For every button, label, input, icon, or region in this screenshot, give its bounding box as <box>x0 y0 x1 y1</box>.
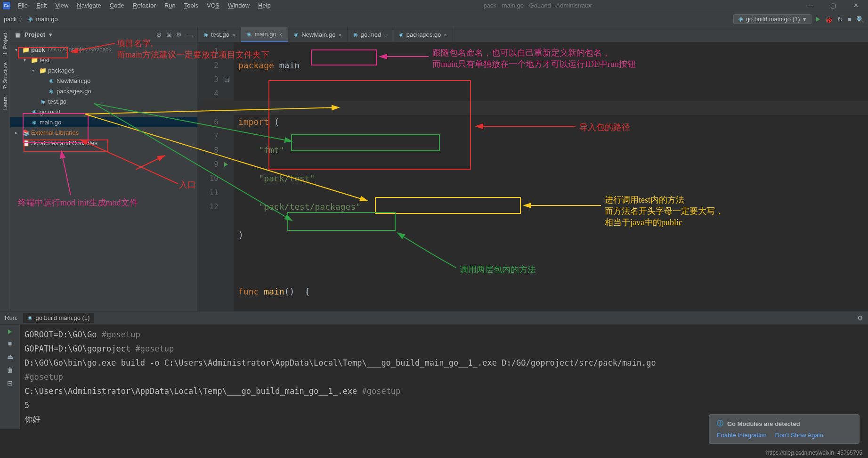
tab-packagesgo[interactable]: ◉packages.go× <box>393 27 453 42</box>
tree-folder-test[interactable]: ▾📁 test <box>10 55 197 65</box>
settings-gear-icon[interactable]: ⚙ <box>176 31 182 38</box>
gutter-marks: ⊟ <box>224 42 234 311</box>
tree-folder-packages[interactable]: ▾📁 packages <box>10 65 197 75</box>
search-button[interactable]: 🔍 <box>856 16 864 23</box>
stop-button[interactable]: ■ <box>8 340 12 347</box>
run-tab[interactable]: ◉ go build main.go (1) <box>23 313 94 323</box>
stop-button[interactable]: ■ <box>848 16 852 23</box>
breadcrumb-root[interactable]: pack <box>4 16 16 23</box>
layout-button[interactable]: ⊟ <box>7 379 13 387</box>
close-icon[interactable]: × <box>384 32 387 38</box>
project-tab-title[interactable]: Project <box>24 31 45 38</box>
run-output[interactable]: GOROOT=D:\GO\Go #gosetup GOPATH=D:\GO\go… <box>20 325 868 429</box>
tree-external-libraries[interactable]: ▸📚 External Libraries <box>10 127 197 138</box>
tab-maingo[interactable]: ◉main.go× <box>241 27 288 42</box>
editor-area: ◉test.go× ◉main.go× ◉NewMain.go× ◉go.mod… <box>198 27 868 311</box>
app-logo-icon: Go <box>3 2 10 9</box>
close-icon[interactable]: × <box>279 32 282 37</box>
tree-file-maingo[interactable]: ◉ main.go <box>10 117 197 127</box>
run-config-label: go build main.go (1) <box>746 16 800 23</box>
navbar: pack 〉 ◉ main.go ◉ go build main.go (1) … <box>0 11 868 27</box>
tree-file-testgo[interactable]: ◉ test.go <box>10 96 197 106</box>
select-opened-file-icon[interactable]: ⊕ <box>156 31 162 38</box>
notification-popup: ⓘGo Modules are detected Enable Integrat… <box>709 414 860 444</box>
rail-learn[interactable]: Learn <box>2 93 8 114</box>
hide-button[interactable]: — <box>187 31 193 38</box>
run-tool-window: Run: ◉ go build main.go (1) ⚙ ■ ⏏ 🗑 ⊟ GO… <box>0 311 868 429</box>
close-button[interactable]: ✕ <box>846 2 865 9</box>
tree-file-newmain[interactable]: ◉ NewMain.go <box>10 75 197 86</box>
trash-button[interactable]: 🗑 <box>7 366 13 374</box>
run-button[interactable] <box>816 17 820 22</box>
rail-project[interactable]: 1: Project <box>2 29 8 58</box>
watermark-footer: https://blog.csdn.net/weixin_45765795 <box>766 450 862 456</box>
go-file-icon: ◉ <box>28 315 32 321</box>
notif-dismiss-link[interactable]: Don't Show Again <box>775 432 823 439</box>
notif-enable-link[interactable]: Enable Integration <box>717 432 767 439</box>
tree-scratches[interactable]: 📋 Scratches and Consoles <box>10 138 197 148</box>
close-icon[interactable]: × <box>232 32 235 38</box>
project-tab-icon: ▦ <box>15 31 21 38</box>
notif-title-text: Go Modules are detected <box>727 420 800 427</box>
run-side-toolbar: ■ ⏏ 🗑 ⊟ <box>0 325 20 429</box>
info-icon: ⓘ <box>717 419 723 428</box>
tree-root-pack[interactable]: ▾📁 pack D:\GO\goproject\src\pack <box>10 44 197 55</box>
window-controls: — ▢ ✕ <box>801 2 865 9</box>
gutter-run-icon[interactable] <box>224 162 228 167</box>
window-title: pack - main.go - GoLand - Administrator <box>276 2 800 9</box>
menu-navigate[interactable]: Navigate <box>73 1 105 10</box>
breadcrumb: pack 〉 ◉ main.go <box>4 15 58 24</box>
menu-code[interactable]: Code <box>106 1 128 10</box>
menu-view[interactable]: View <box>51 1 72 10</box>
left-tool-rail: 1: Project 7: Structure Learn <box>0 27 10 311</box>
tab-gomod[interactable]: ◉go.mod× <box>348 27 393 42</box>
exit-button[interactable]: ⏏ <box>7 353 13 360</box>
go-file-icon: ◉ <box>28 16 33 22</box>
close-icon[interactable]: × <box>338 32 341 38</box>
titlebar: Go File Edit View Navigate Code Refactor… <box>0 0 868 11</box>
menu-refactor[interactable]: Refactor <box>129 1 160 10</box>
menu-window[interactable]: Window <box>224 1 253 10</box>
code-editor[interactable]: 123 456 789 101112 ⊟ package main import… <box>198 42 868 311</box>
tab-testgo[interactable]: ◉test.go× <box>198 27 241 42</box>
tree-file-packagesgo[interactable]: ◉ packages.go <box>10 86 197 96</box>
tab-newmaingo[interactable]: ◉NewMain.go× <box>288 27 348 42</box>
menu-help[interactable]: Help <box>254 1 275 10</box>
maximize-button[interactable]: ▢ <box>824 2 843 9</box>
project-tool-window: ▦ Project ▾ ⊕ ⇲ ⚙ — ▾📁 pack D:\GO\goproj… <box>10 27 198 311</box>
debug-button[interactable]: 🐞 <box>825 16 833 23</box>
project-tree[interactable]: ▾📁 pack D:\GO\goproject\src\pack ▾📁 test… <box>10 42 197 150</box>
go-file-icon: ◉ <box>738 16 743 22</box>
menu-edit[interactable]: Edit <box>32 1 50 10</box>
run-config-selector[interactable]: ◉ go build main.go (1) ▾ <box>733 14 811 24</box>
run-coverage-button[interactable]: ↻ <box>837 16 843 23</box>
close-icon[interactable]: × <box>444 32 446 38</box>
tree-file-gomod[interactable]: ◉ go.mod <box>10 106 197 117</box>
chevron-down-icon: ▾ <box>803 16 806 23</box>
menu-run[interactable]: Run <box>161 1 179 10</box>
settings-gear-icon[interactable]: ⚙ <box>857 314 863 322</box>
rail-structure[interactable]: 7: Structure <box>2 58 8 93</box>
menu-file[interactable]: File <box>14 1 32 10</box>
editor-tabs: ◉test.go× ◉main.go× ◉NewMain.go× ◉go.mod… <box>198 27 868 42</box>
code-content[interactable]: package main import ( "fmt" "pack/test" … <box>234 42 868 311</box>
rerun-button[interactable] <box>8 329 12 334</box>
breadcrumb-file[interactable]: main.go <box>36 16 57 23</box>
breadcrumb-sep-icon: 〉 <box>19 15 25 24</box>
menu-vcs[interactable]: VCS <box>203 1 223 10</box>
run-panel-label: Run: <box>5 314 17 321</box>
minimize-button[interactable]: — <box>801 2 820 9</box>
menu-tools[interactable]: Tools <box>180 1 202 10</box>
line-gutter: 123 456 789 101112 <box>198 42 224 311</box>
expand-all-icon[interactable]: ⇲ <box>166 31 171 38</box>
chevron-down-icon[interactable]: ▾ <box>49 31 52 38</box>
